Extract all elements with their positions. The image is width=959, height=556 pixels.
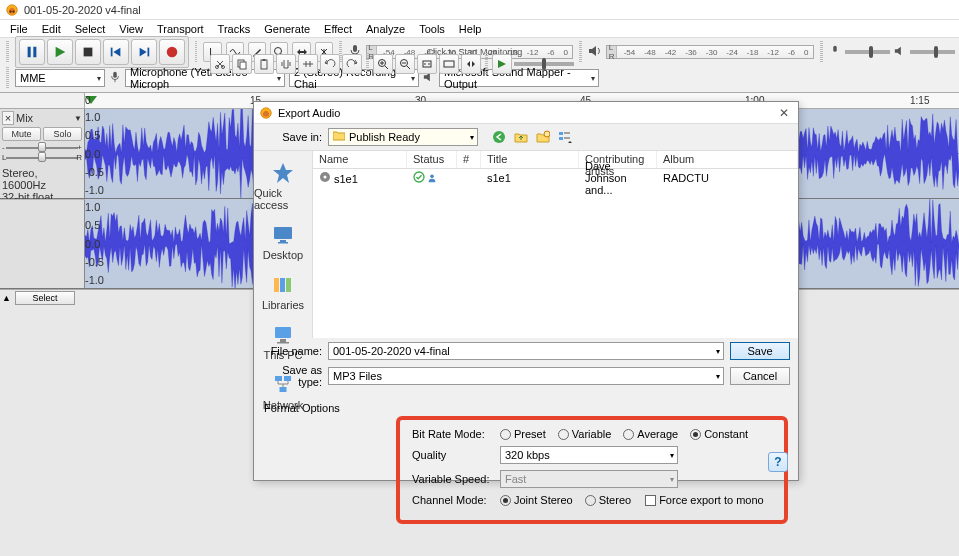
svg-rect-35 [423,61,431,67]
collapse-icon[interactable]: ▲ [2,293,11,303]
paste-button[interactable] [254,54,274,74]
cut-button[interactable] [210,54,230,74]
save-type-select[interactable]: MP3 Files [328,367,724,385]
grip[interactable] [579,41,582,63]
skip-end-button[interactable] [131,39,157,65]
pause-button[interactable] [19,39,45,65]
menu-tools[interactable]: Tools [413,22,451,36]
grip[interactable] [195,41,198,63]
mic-icon [829,45,841,59]
menu-help[interactable]: Help [453,22,488,36]
new-folder-icon[interactable] [534,128,552,146]
menu-file[interactable]: File [4,22,34,36]
play-at-speed-button[interactable] [492,54,512,74]
file-list-header[interactable]: Name Status # Title Contributing artists… [313,151,798,169]
channel-stereo[interactable]: Stereo [585,494,631,506]
col-name[interactable]: Name [313,151,407,168]
grip[interactable] [6,41,9,63]
audio-host-select[interactable]: MME [15,69,105,87]
svg-point-61 [324,176,327,179]
file-list[interactable]: Name Status # Title Contributing artists… [312,151,798,338]
bitrate-average[interactable]: Average [623,428,678,440]
redo-button[interactable] [342,54,362,74]
sidebar-desktop[interactable]: Desktop [254,219,312,265]
mute-button[interactable]: Mute [2,127,41,141]
grip[interactable] [820,41,823,63]
play-button[interactable] [47,39,73,65]
svg-marker-16 [589,46,596,56]
sidebar-libraries[interactable]: Libraries [254,269,312,315]
menu-view[interactable]: View [113,22,149,36]
col-title[interactable]: Title [481,151,579,168]
quality-select[interactable]: 320 kbps [500,446,678,464]
channel-mode-label: Channel Mode: [412,494,492,506]
trim-button[interactable] [276,54,296,74]
help-button[interactable]: ? [768,452,788,472]
col-status[interactable]: Status [407,151,457,168]
playback-speed-slider[interactable] [514,62,574,66]
menu-generate[interactable]: Generate [258,22,316,36]
svg-rect-9 [147,48,149,57]
file-row[interactable]: s1e1 s1e1 Dave Johnson and... RADCTU [313,169,798,187]
undo-button[interactable] [320,54,340,74]
bitrate-constant[interactable]: Constant [690,428,748,440]
solo-button[interactable]: Solo [43,127,82,141]
zoom-in-button[interactable] [373,54,393,74]
svg-rect-52 [280,278,285,292]
menu-tracks[interactable]: Tracks [212,22,257,36]
zoom-out-button[interactable] [395,54,415,74]
track-menu-button[interactable]: ▼ [74,114,82,123]
svg-rect-56 [277,342,289,344]
svg-rect-19 [113,72,116,78]
menu-analyze[interactable]: Analyze [360,22,411,36]
close-button[interactable]: ✕ [776,105,792,121]
save-button[interactable]: Save [730,342,790,360]
sidebar-quick-access[interactable]: Quick access [254,157,312,215]
grip[interactable] [6,67,9,89]
variable-speed-select: Fast [500,470,678,488]
sidebar-this-pc[interactable]: This PC [254,319,312,365]
record-button[interactable] [159,39,185,65]
format-options-label: Format Options [264,402,788,414]
play-volume-slider[interactable] [910,50,955,54]
grip[interactable] [366,53,369,75]
skip-start-button[interactable] [103,39,129,65]
bitrate-variable[interactable]: Variable [558,428,612,440]
rec-volume-slider[interactable] [845,50,890,54]
close-track-button[interactable]: × [2,111,14,125]
audacity-icon [6,4,18,16]
menu-select[interactable]: Select [69,22,112,36]
silence-button[interactable] [298,54,318,74]
file-name-input[interactable]: 001-05-20-2020 v4-final [328,342,724,360]
save-in-label: Save in: [262,131,322,143]
col-album[interactable]: Album [657,151,798,168]
save-type-label: Save as type: [262,364,322,388]
up-folder-icon[interactable] [512,128,530,146]
bitrate-preset[interactable]: Preset [500,428,546,440]
svg-point-11 [166,47,177,58]
svg-marker-18 [895,47,901,56]
fit-project-button[interactable] [439,54,459,74]
svg-rect-53 [286,278,291,292]
fit-selection-button[interactable] [417,54,437,74]
menu-transport[interactable]: Transport [151,22,210,36]
copy-button[interactable] [232,54,252,74]
channel-joint-stereo[interactable]: Joint Stereo [500,494,573,506]
force-mono-checkbox[interactable]: Force export to mono [645,494,764,506]
svg-rect-44 [559,137,563,140]
col-track-number[interactable]: # [457,151,481,168]
save-in-select[interactable]: Publish Ready [328,128,478,146]
view-menu-icon[interactable] [556,128,574,146]
menu-effect[interactable]: Effect [318,22,358,36]
playback-meter[interactable]: LR -54-48-42-36-30-24-18-12-60 [606,45,814,59]
dialog-titlebar[interactable]: Export Audio ✕ [254,102,798,124]
pan-slider[interactable]: LR [2,153,82,163]
cancel-button[interactable]: Cancel [730,367,790,385]
back-icon[interactable] [490,128,508,146]
zoom-toggle-button[interactable] [461,54,481,74]
grip[interactable] [485,53,488,75]
stop-button[interactable] [75,39,101,65]
menu-edit[interactable]: Edit [36,22,67,36]
select-track-button[interactable]: Select [15,291,75,305]
svg-rect-17 [833,46,836,52]
